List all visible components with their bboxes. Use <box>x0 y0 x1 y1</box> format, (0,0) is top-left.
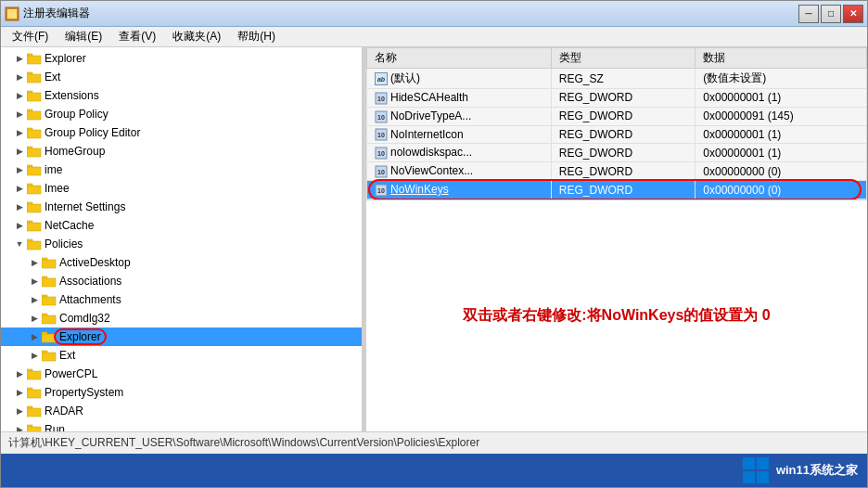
main-window: 注册表编辑器 ─ □ ✕ 文件(F) 编辑(E) 查看(V) 收藏夹(A) 帮助… <box>0 0 868 488</box>
tree-expander-icon[interactable]: ▼ <box>12 237 27 251</box>
folder-icon <box>42 256 57 269</box>
folder-icon <box>27 182 42 195</box>
tree-item-label: Ext <box>59 349 75 362</box>
svg-rect-40 <box>27 371 41 379</box>
tree-expander-icon[interactable]: ▶ <box>27 329 42 344</box>
svg-rect-46 <box>27 427 41 431</box>
tree-item-label: Internet Settings <box>45 200 125 213</box>
maximize-button[interactable]: □ <box>821 5 841 23</box>
tree-item-label: Associations <box>59 275 121 288</box>
table-row[interactable]: 10HideSCAHealthREG_DWORD0x00000001 (1) <box>367 89 867 108</box>
brand-text: win11系统之家 <box>776 462 858 479</box>
tree-scroll[interactable]: ▶Explorer▶Ext▶Extensions▶Group Policy▶Gr… <box>1 47 362 431</box>
reg-value-name: NoViewContex... <box>390 164 473 177</box>
menu-edit[interactable]: 编辑(E) <box>57 27 109 46</box>
svg-text:10: 10 <box>377 96 385 102</box>
tree-item-label: NetCache <box>45 219 94 232</box>
tree-item-label: ActiveDesktop <box>59 256 131 269</box>
table-row[interactable]: 10NoInternetIconREG_DWORD0x00000001 (1) <box>367 125 867 144</box>
tree-expander-icon[interactable]: ▶ <box>12 181 27 196</box>
svg-rect-8 <box>27 74 41 83</box>
tree-item[interactable]: ▶Group Policy Editor <box>1 123 362 142</box>
col-data: 数据 <box>696 48 867 69</box>
tree-item[interactable]: ▶Ext <box>1 346 362 365</box>
reg-value-name: HideSCAHealth <box>390 91 468 104</box>
svg-text:10: 10 <box>377 150 385 157</box>
tree-item[interactable]: ▶Comdlg32 <box>1 309 362 327</box>
win11-logo-icon <box>743 457 769 483</box>
tree-item-label: Ext <box>45 71 60 83</box>
folder-icon <box>27 238 42 250</box>
tree-item[interactable]: ▶Internet Settings <box>1 198 362 216</box>
svg-rect-34 <box>42 315 56 324</box>
tree-item[interactable]: ▶Explorer <box>1 49 362 68</box>
tree-expander-icon[interactable]: ▶ <box>12 88 27 103</box>
tree-item[interactable]: ▶ime <box>1 161 362 179</box>
reg-value-data: (数值未设置) <box>696 69 867 89</box>
reg-value-name: NoDriveTypeA... <box>390 109 471 122</box>
tree-item[interactable]: ▶ActiveDesktop <box>1 253 362 272</box>
folder-icon <box>27 108 42 121</box>
tree-expander-icon[interactable]: ▶ <box>12 404 27 418</box>
reg-value-type: REG_DWORD <box>551 162 696 181</box>
close-button[interactable]: ✕ <box>843 5 863 23</box>
tree-item[interactable]: ▶PropertySystem <box>1 383 362 402</box>
tree-item-label: Explorer <box>45 52 86 65</box>
tree-expander-icon[interactable]: ▶ <box>12 125 27 140</box>
tree-expander-icon[interactable]: ▶ <box>12 144 27 159</box>
folder-icon <box>27 423 42 431</box>
tree-expander-icon[interactable]: ▶ <box>12 51 27 66</box>
tree-expander-icon[interactable]: ▶ <box>12 422 27 431</box>
tree-expander-icon[interactable]: ▶ <box>12 107 27 122</box>
tree-item[interactable]: ▶Associations <box>1 272 362 290</box>
table-row[interactable]: 10NoDriveTypeA...REG_DWORD0x00000091 (14… <box>367 107 867 125</box>
folder-icon <box>27 163 42 176</box>
table-row[interactable]: 10nolowdiskspac...REG_DWORD0x00000001 (1… <box>367 144 867 162</box>
tree-item-label: PowerCPL <box>45 367 97 380</box>
tree-expander-icon[interactable]: ▶ <box>27 348 42 363</box>
tree-item[interactable]: ▼Policies <box>1 235 362 253</box>
table-row[interactable]: ab(默认)REG_SZ(数值未设置) <box>367 69 867 89</box>
menu-help[interactable]: 帮助(H) <box>230 27 283 46</box>
tree-item[interactable]: ▶Explorer <box>1 327 362 346</box>
reg-value-icon: 10 <box>375 92 388 105</box>
menu-view[interactable]: 查看(V) <box>111 27 163 46</box>
status-path: 计算机\HKEY_CURRENT_USER\Software\Microsoft… <box>8 435 479 451</box>
tree-item[interactable]: ▶NetCache <box>1 216 362 235</box>
tree-expander-icon[interactable]: ▶ <box>12 218 27 233</box>
tree-item[interactable]: ▶Run <box>1 420 362 431</box>
tree-expander-icon[interactable]: ▶ <box>27 292 42 307</box>
folder-icon <box>27 386 42 399</box>
reg-value-type: REG_DWORD <box>551 125 696 144</box>
title-text: 注册表编辑器 <box>23 6 798 21</box>
tree-expander-icon[interactable]: ▶ <box>27 255 42 270</box>
tree-item[interactable]: ▶HomeGroup <box>1 142 362 161</box>
tree-item[interactable]: ▶Group Policy <box>1 105 362 123</box>
table-row[interactable]: 10NoViewContex...REG_DWORD0x00000000 (0) <box>367 162 867 181</box>
tree-item[interactable]: ▶Ext <box>1 68 362 86</box>
tree-item-label: Attachments <box>59 293 121 306</box>
tree-item[interactable]: ▶Extensions <box>1 86 362 105</box>
svg-rect-16 <box>27 148 41 157</box>
tree-item[interactable]: ▶RADAR <box>1 402 362 420</box>
tree-item-label: Group Policy Editor <box>45 126 140 139</box>
tree-expander-icon[interactable]: ▶ <box>12 162 27 177</box>
tree-expander-icon[interactable]: ▶ <box>27 274 42 289</box>
tree-item-label: Group Policy <box>45 108 108 121</box>
table-row[interactable]: 10NoWinKeysREG_DWORD0x00000000 (0) <box>367 181 867 199</box>
menu-bar: 文件(F) 编辑(E) 查看(V) 收藏夹(A) 帮助(H) <box>1 27 867 47</box>
tree-expander-icon[interactable]: ▶ <box>12 385 27 400</box>
tree-item[interactable]: ▶Imee <box>1 179 362 198</box>
tree-expander-icon[interactable]: ▶ <box>27 311 42 326</box>
menu-file[interactable]: 文件(F) <box>5 27 56 46</box>
tree-item[interactable]: ▶PowerCPL <box>1 365 362 383</box>
tree-expander-icon[interactable]: ▶ <box>12 70 27 84</box>
minimize-button[interactable]: ─ <box>798 5 819 23</box>
menu-favorites[interactable]: 收藏夹(A) <box>165 27 228 46</box>
tree-expander-icon[interactable]: ▶ <box>12 199 27 214</box>
reg-value-type: REG_DWORD <box>551 89 696 108</box>
app-icon <box>5 6 19 21</box>
tree-item[interactable]: ▶Attachments <box>1 290 362 309</box>
folder-icon <box>27 89 42 102</box>
tree-expander-icon[interactable]: ▶ <box>12 366 27 381</box>
